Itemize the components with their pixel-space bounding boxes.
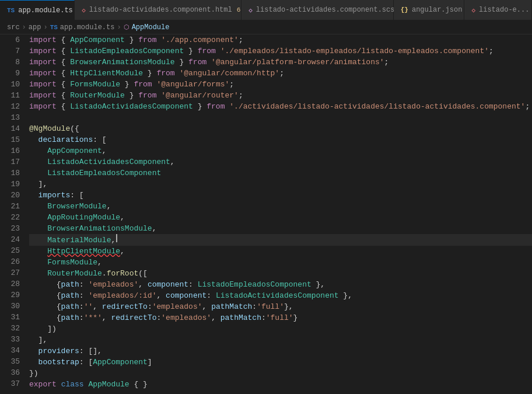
breadcrumb-file: app.module.ts (60, 23, 115, 32)
code-line-36: }) (29, 368, 532, 379)
str-token: 'full' (257, 301, 284, 312)
prop-token: path (61, 312, 79, 323)
punct-token: : (261, 312, 266, 323)
line-num-9: 9 (5, 68, 20, 79)
code-line-24: MaterialModule, (29, 234, 532, 246)
str-token: '' (84, 301, 93, 312)
punct-token (152, 79, 157, 90)
fn-token: forRoot (107, 268, 139, 279)
tab-icon: ◇ (471, 6, 475, 14)
kw-token: from (206, 101, 225, 112)
code-line-13 (29, 112, 532, 123)
id2-token: ListadoActividadesComponent (216, 290, 339, 301)
kw-token: from (138, 34, 156, 46)
punct-token: { (29, 312, 61, 323)
tab-listado-e[interactable]: ◇listado-e... (464, 0, 532, 20)
punct-token: : [ (70, 190, 83, 201)
punct-token (216, 46, 220, 57)
str-token: '@angular/platform-browser/animations' (211, 57, 384, 68)
code-line-14: @NgModule({ (29, 123, 532, 134)
code-content: import { AppComponent } from './app.comp… (24, 34, 532, 394)
prop-token: redirectTo (102, 301, 148, 312)
tab-listado-scss[interactable]: ◇listado-actividades.component.scss (242, 0, 394, 20)
id2-token: AppRoutingModule (47, 212, 120, 223)
prop-token: component (148, 279, 188, 290)
breadcrumb-ts-icon: TS (50, 24, 58, 31)
punct-token: } (120, 79, 134, 90)
code-line-18: ListadoEmpleadosComponent (29, 168, 532, 179)
id2-token: ListadoActividadesComponent (47, 156, 170, 168)
prop-token: path (61, 279, 79, 290)
tab-icon: ◇ (249, 6, 253, 14)
punct-token: } (193, 101, 206, 112)
punct-token (29, 357, 38, 368)
punct-token: : (206, 290, 216, 301)
id2-token: AppComponent (47, 145, 102, 156)
id2-token: FormsModule (70, 79, 120, 90)
punct-token: ], (29, 334, 47, 346)
decorator-token: @NgModule (29, 123, 70, 134)
punct-token (29, 168, 47, 179)
punct-token (29, 235, 47, 246)
code-line-28: {path: 'empleados', component: ListadoEm… (29, 279, 532, 290)
punct-token: } (125, 34, 138, 46)
punct-token: }, (312, 279, 325, 290)
code-line-23: BrowserAnimationsModule, (29, 223, 532, 234)
punct-token: : [ (79, 357, 93, 368)
tab-label: listado-actividades.component.scss (256, 6, 399, 14)
punct-token: { (57, 90, 70, 101)
punct-token: : (79, 290, 89, 301)
line-num-33: 33 (5, 334, 20, 345)
punct-token: : [], (79, 346, 102, 357)
prop-token: path (61, 301, 79, 312)
id2-token: AppComponent (93, 357, 148, 368)
line-num-23: 23 (5, 223, 20, 234)
code-line-20: imports: [ (29, 190, 532, 201)
line-num-6: 6 (5, 34, 20, 46)
kw-token: from (198, 46, 216, 57)
tab-app-module[interactable]: TSapp.module.ts (0, 0, 75, 20)
code-line-35: bootstrap: [AppComponent] (29, 357, 532, 368)
line-num-21: 21 (5, 201, 20, 212)
tab-bar: TSapp.module.ts◇listado-actividades.comp… (0, 0, 532, 20)
line-num-10: 10 (5, 79, 20, 90)
line-num-7: 7 (5, 46, 20, 57)
str-token: 'full' (266, 312, 293, 323)
tab-listado-html[interactable]: ◇listado-actividades.component.html6 M (75, 0, 242, 20)
punct-token: { (57, 34, 70, 46)
str-token: './actividades/listado-actividades/lista… (229, 101, 525, 112)
punct-token (206, 57, 211, 68)
id2-token: ListadoActividadesComponent (70, 101, 193, 112)
punct-token: ; (489, 46, 494, 57)
id2-token: AppModule (88, 379, 129, 390)
punct-token: , (170, 156, 175, 168)
str-token: 'empleados' (88, 279, 138, 290)
code-line-6: import { AppComponent } from './app.comp… (29, 34, 532, 46)
code-line-37: export class AppModule { } (29, 379, 532, 390)
cursor (116, 234, 117, 242)
punct-token: , (107, 201, 111, 212)
punct-token: ; (384, 57, 389, 68)
prop-token: pathMatch (220, 312, 261, 323)
breadcrumb-sep3: › (117, 23, 121, 32)
kw-token: import (29, 46, 57, 57)
id2-token: FormsModule (47, 257, 97, 268)
line-num-17: 17 (5, 156, 20, 168)
tab-label: listado-e... (479, 6, 529, 14)
punct-token (29, 346, 38, 357)
tab-icon: ◇ (82, 6, 86, 14)
line-num-36: 36 (5, 367, 20, 378)
kw-token: from (156, 68, 174, 79)
code-line-11: import { RouterModule } from '@angular/r… (29, 90, 532, 101)
tab-angular-json[interactable]: {}angular.json (394, 0, 465, 20)
punct-token: { (57, 101, 70, 112)
line-num-30: 30 (5, 301, 20, 312)
line-num-22: 22 (5, 212, 20, 223)
line-num-19: 19 (5, 179, 20, 190)
line-num-8: 8 (5, 57, 20, 68)
breadcrumb-module-icon: ⬡ (124, 23, 130, 31)
punct-token: { (57, 57, 70, 68)
punct-token: { (29, 290, 61, 301)
line-num-32: 32 (5, 323, 20, 334)
punct-token: ] (148, 357, 152, 368)
